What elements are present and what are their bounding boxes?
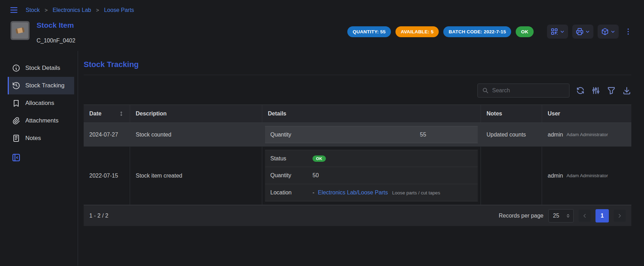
search-input[interactable] [492, 87, 565, 94]
table-toolbar [84, 84, 631, 98]
detail-quantity-row: Quantity 50 [265, 167, 478, 184]
detail-value: 55 [420, 132, 426, 138]
detail-label: Status [270, 155, 313, 162]
thumbnail-photo [12, 22, 28, 39]
printer-icon [575, 27, 584, 36]
status-ok-badge: OK [313, 155, 326, 162]
dots-vertical-icon [624, 27, 632, 36]
location-link[interactable]: Electronics Lab/Loose Parts [318, 189, 388, 196]
topbar: Stock > Electronics Lab > Loose Parts [0, 0, 644, 16]
refresh-icon[interactable] [576, 86, 585, 95]
barcode-actions-button[interactable] [547, 25, 568, 39]
location-dash: - [313, 189, 314, 196]
table-header-description: Description [130, 105, 262, 122]
notes-cell: Updated counts [481, 123, 542, 146]
user-cell: admin Adam Administrator [542, 147, 631, 205]
column-label: Details [268, 111, 286, 117]
records-per-page-label: Records per page [499, 213, 543, 219]
detail-label: Location [270, 189, 313, 196]
stock-actions-button[interactable] [598, 25, 619, 39]
filter-icon[interactable] [607, 86, 616, 95]
available-badge: AVAILABLE: 5 [395, 26, 439, 37]
print-actions-button[interactable] [572, 25, 593, 39]
date-cell: 2024-07-27 [84, 123, 130, 146]
header-action-buttons [547, 25, 633, 39]
page-header: Stock Item C_100nF_0402 QUANTITY: 55 AVA… [0, 16, 644, 51]
stock-item-thumbnail[interactable] [11, 21, 30, 40]
details-cell: Quantity 55 [262, 123, 481, 146]
detail-value: 50 [313, 172, 319, 179]
sidebar-item-label: Attachments [25, 117, 59, 124]
notes-icon [12, 134, 20, 142]
previous-page-button[interactable] [579, 210, 591, 222]
info-circle-icon [12, 64, 20, 72]
detail-quantity-row: Quantity 55 [265, 126, 478, 143]
chevron-down-icon [560, 29, 565, 34]
description-cell: Stock counted [130, 123, 262, 146]
search-icon [482, 87, 489, 94]
sidebar: Stock Details Stock Tracking Allocations… [0, 51, 78, 266]
table-header-details: Details [262, 105, 481, 122]
header-right: QUANTITY: 55 AVAILABLE: 5 BATCH CODE: 20… [347, 25, 633, 39]
breadcrumb: Stock > Electronics Lab > Loose Parts [26, 7, 134, 13]
next-page-button[interactable] [614, 210, 626, 222]
details-list: Quantity 55 [265, 126, 478, 143]
detail-label: Quantity [270, 172, 313, 179]
main-panel: Stock Tracking [78, 51, 644, 266]
details-cell: Status OK Quantity 50 Location - Electro… [262, 147, 481, 205]
date-cell: 2022-07-15 [84, 147, 130, 205]
breadcrumb-separator: > [96, 7, 99, 13]
sidebar-item-allocations[interactable]: Allocations [8, 94, 74, 112]
page-1-button[interactable]: 1 [595, 209, 609, 222]
sidebar-item-label: Allocations [25, 100, 54, 107]
notes-cell [481, 147, 542, 205]
details-list: Status OK Quantity 50 Location - Electro… [265, 150, 478, 201]
hamburger-menu-icon[interactable] [9, 5, 19, 15]
table-row[interactable]: 2024-07-27 Stock counted Quantity 55 Upd… [84, 123, 631, 147]
search-box[interactable] [477, 84, 569, 98]
content: Stock Details Stock Tracking Allocations… [0, 51, 644, 266]
location-description: Loose parts / cut tapes [392, 190, 440, 195]
username: admin [548, 173, 563, 179]
paperclip-icon [12, 117, 20, 125]
qr-code-icon [550, 27, 559, 36]
header-text: Stock Item C_100nF_0402 [37, 21, 75, 44]
adjustments-icon[interactable] [591, 86, 600, 95]
breadcrumb-stock[interactable]: Stock [26, 7, 40, 13]
page-size-value: 25 [553, 213, 559, 219]
sidebar-collapse-icon[interactable] [11, 153, 21, 162]
sidebar-item-label: Stock Details [25, 65, 60, 72]
stock-tracking-table: Date Description Details Notes User [84, 105, 631, 226]
breadcrumb-loose-parts[interactable]: Loose Parts [104, 7, 134, 13]
capacitor-image [15, 27, 25, 34]
sidebar-item-stock-tracking[interactable]: Stock Tracking [8, 77, 74, 94]
user-fullname: Adam Administrator [567, 173, 608, 178]
column-label: User [548, 111, 560, 117]
stock-actions-icon [601, 27, 609, 36]
sidebar-item-label: Notes [25, 135, 41, 142]
sidebar-item-stock-details[interactable]: Stock Details [8, 59, 74, 77]
notes-text: Updated counts [487, 132, 526, 138]
sort-icon [118, 111, 124, 117]
column-label: Date [89, 111, 102, 117]
detail-status-row: Status OK [265, 150, 478, 167]
quantity-badge: QUANTITY: 55 [347, 26, 391, 37]
user-fullname: Adam Administrator [567, 132, 608, 137]
page-size-select[interactable]: 25 [548, 209, 574, 222]
sidebar-item-notes[interactable]: Notes [8, 129, 74, 147]
breadcrumb-electronics-lab[interactable]: Electronics Lab [53, 7, 91, 13]
column-label: Description [136, 111, 167, 117]
table-row[interactable]: 2022-07-15 Stock item created Status OK … [84, 147, 631, 205]
history-icon [12, 81, 20, 90]
more-options-button[interactable] [623, 25, 633, 39]
table-header-date[interactable]: Date [84, 105, 130, 122]
pagination-controls: Records per page 25 1 [499, 209, 626, 222]
status-ok-badge: OK [516, 26, 534, 37]
sidebar-item-attachments[interactable]: Attachments [8, 112, 74, 129]
chevron-down-icon [610, 29, 616, 34]
panel-title: Stock Tracking [84, 60, 631, 69]
download-icon[interactable] [622, 86, 631, 95]
username: admin [548, 132, 563, 138]
table-header-row: Date Description Details Notes User [84, 105, 631, 123]
breadcrumb-separator: > [45, 7, 48, 13]
